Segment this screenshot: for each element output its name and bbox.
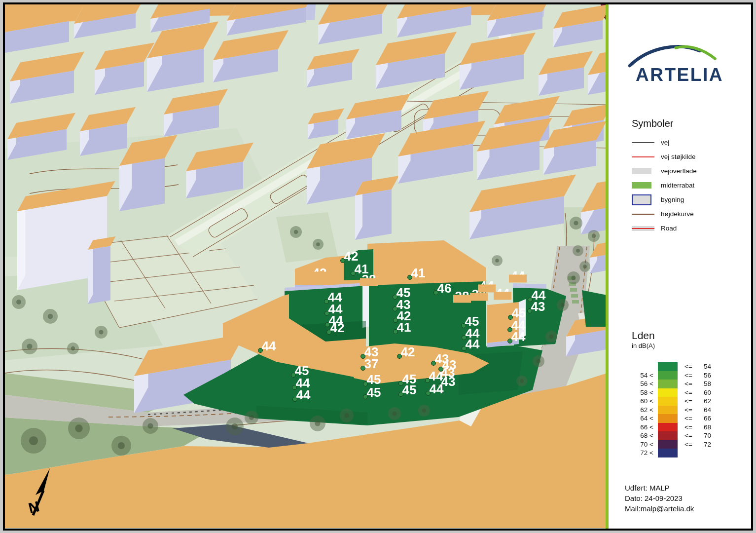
legend-swatch-icon	[632, 194, 654, 205]
legend-swatch-icon	[632, 214, 654, 215]
scale-lower-bound: 70 <	[632, 441, 658, 448]
scale-operator: <=	[678, 380, 699, 387]
roof-occlusion	[453, 295, 471, 303]
lden-subtitle: in dB(A)	[632, 342, 747, 349]
legend-item-label: vej	[661, 139, 669, 146]
legend-item-label: midterrabat	[661, 182, 694, 189]
scale-upper-bound: 60	[699, 389, 711, 396]
scale-lower-bound: 58 <	[632, 389, 658, 396]
noise-value-label: 42	[344, 249, 359, 264]
lden-scale-row: 60 <<=62	[632, 397, 747, 406]
scale-lower-bound: 72 <	[632, 449, 658, 457]
lden-scale-row: 58 <<=60	[632, 388, 747, 397]
roof-occlusion	[311, 272, 328, 280]
scale-color-swatch	[658, 380, 678, 388]
scale-lower-bound: 60 <	[632, 397, 658, 405]
legend-item-label: bygning	[661, 196, 684, 203]
legend-item-label: højdekurve	[661, 210, 694, 218]
noise-value-label: 46	[437, 281, 452, 296]
scale-color-swatch	[658, 388, 678, 397]
logo-text: ARTELIA	[636, 65, 723, 85]
noise-value-label: 42	[330, 320, 345, 335]
artelia-logo: ARTELIA	[622, 34, 737, 89]
noise-value-label: 41	[411, 266, 426, 280]
scale-operator: <=	[678, 389, 699, 396]
lden-scale-row: 72 <	[632, 449, 747, 457]
legend-item-vej: vej	[632, 135, 747, 150]
lden-scale-row: 64 <<=66	[632, 414, 747, 423]
legend-item-label: vejoverflade	[661, 167, 697, 175]
scale-lower-bound: 56 <	[632, 380, 658, 387]
noise-value-label: 44	[296, 387, 311, 402]
noise-value-label: 43	[531, 299, 545, 314]
noise-value-label: 44	[430, 381, 444, 396]
scale-operator: <=	[678, 415, 699, 422]
scale-color-swatch	[658, 423, 678, 432]
scale-operator: <=	[678, 372, 699, 379]
legend-item-vejoverflade: vejoverflade	[632, 164, 747, 178]
scale-upper-bound: 58	[699, 380, 711, 387]
legend-swatch-icon	[632, 168, 654, 174]
noise-map-canvas: N 41414644444442454342414443454444454444…	[5, 4, 606, 529]
legend-item-label: Road	[661, 225, 677, 232]
noise-value-label: 45	[367, 385, 381, 400]
noise-value-label: 44	[466, 337, 480, 351]
legend-item-label: vej støjkilde	[661, 153, 696, 160]
scale-lower-bound: 68 <	[632, 432, 658, 439]
legend-item-midterrabat: midterrabat	[632, 178, 747, 192]
legend-item-h-jdekurve: højdekurve	[632, 207, 747, 221]
scale-lower-bound: 66 <	[632, 423, 658, 431]
roof-occlusion	[360, 278, 378, 286]
footer-date: Dato: 24-09-2023	[625, 493, 694, 503]
lden-scale-row: 62 <<=64	[632, 406, 747, 415]
scale-operator: <=	[678, 432, 699, 439]
logo-swoosh-green	[676, 46, 715, 59]
scale-upper-bound: 66	[699, 415, 711, 422]
scale-color-swatch	[658, 371, 678, 380]
map-3d-view[interactable]: N 41414644444442454342414443454444454444…	[5, 4, 606, 529]
scale-operator: <=	[678, 406, 699, 414]
scale-upper-bound: 62	[699, 397, 711, 405]
scale-upper-bound: 54	[699, 363, 711, 370]
symbols-title: Symboler	[632, 118, 747, 129]
lden-color-scale: <=5454 <<=5656 <<=5858 <<=6060 <<=6262 <…	[632, 362, 747, 457]
scale-color-swatch	[658, 449, 678, 457]
noise-value-label: 41	[397, 320, 411, 335]
scale-upper-bound: 72	[699, 441, 711, 448]
legend-item-vej-st-jkilde: vej støjkilde	[632, 150, 747, 164]
roof-occlusion	[478, 285, 496, 293]
footer-author: Udført: MALP	[625, 483, 694, 493]
lden-legend: Lden in dB(A) <=5454 <<=5656 <<=5858 <<=…	[632, 330, 747, 457]
roof-occlusion	[494, 292, 511, 300]
legend-panel: ARTELIA Symboler vejvej støjkildevejover…	[609, 4, 751, 529]
scale-upper-bound: 64	[699, 406, 711, 414]
legend-swatch-icon	[632, 182, 654, 189]
map-sheet-frame: N 41414644444442454342414443454444454444…	[3, 2, 753, 531]
noise-value-label: 45	[402, 382, 417, 397]
symbols-legend: Symboler vejvej støjkildevejoverflademid…	[632, 118, 747, 235]
scale-color-swatch	[658, 414, 678, 423]
scale-lower-bound: 62 <	[632, 406, 658, 414]
lden-scale-row: 54 <<=56	[632, 371, 747, 380]
scale-lower-bound: 64 <	[632, 415, 658, 422]
roof-occlusion	[509, 275, 527, 283]
legend-item-road: Road	[632, 221, 747, 235]
lden-scale-row: 68 <<=70	[632, 431, 747, 440]
scale-operator: <=	[678, 423, 699, 431]
lden-scale-row: 66 <<=68	[632, 423, 747, 432]
scale-color-swatch	[658, 397, 678, 406]
scale-lower-bound: 54 <	[632, 372, 658, 379]
footer-info: Udført: MALP Dato: 24-09-2023 Mail:malp@…	[625, 483, 694, 514]
legend-swatch-icon	[632, 226, 654, 231]
legend-item-bygning: bygning	[632, 192, 747, 207]
scale-color-swatch	[658, 406, 678, 415]
roof-occlusion	[470, 293, 488, 301]
legend-swatch-icon	[632, 142, 654, 143]
scale-upper-bound: 70	[699, 432, 711, 439]
scale-operator: <=	[678, 441, 699, 448]
noise-value-label: 44	[511, 329, 526, 344]
footer-mail: Mail:malp@artelia.dk	[625, 503, 694, 514]
scale-operator: <=	[678, 397, 699, 405]
logo-swoosh-blue	[630, 46, 700, 66]
lden-scale-row: 56 <<=58	[632, 380, 747, 388]
